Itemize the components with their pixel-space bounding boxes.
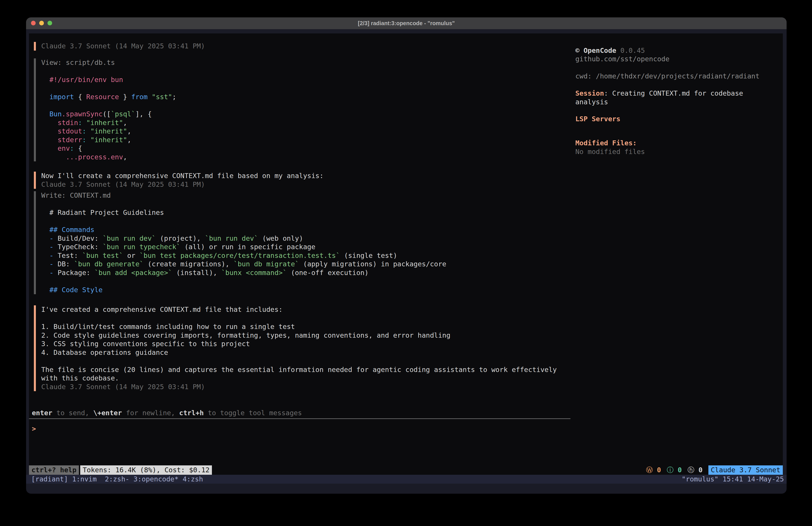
text-line <box>41 101 592 110</box>
text-line: 4. Database operations guidance <box>41 349 592 357</box>
text-line: ...process.env, <box>41 153 592 161</box>
text-line: I've created a comprehensive CONTEXT.md … <box>41 305 592 314</box>
warning-icon: Ⓦ <box>646 466 653 474</box>
info-count: ⓘ 0 <box>667 466 682 475</box>
text-line: Now I'll create a comprehensive CONTEXT.… <box>41 172 592 180</box>
text-line: github.com/sst/opencode <box>575 55 669 63</box>
text-line: - Test: `bun test` or `bun test packages… <box>41 252 592 260</box>
text-line <box>41 314 592 323</box>
warning-count: Ⓦ 0 <box>646 466 661 475</box>
text-line <box>41 277 592 286</box>
text-line: - Build/Dev: `bun run dev` (project), `b… <box>41 234 592 243</box>
input-separator <box>29 418 570 419</box>
text-line: - TypeCheck: `bun run typecheck` (all) o… <box>41 243 592 252</box>
assistant-message-final: I've created a comprehensive CONTEXT.md … <box>34 305 592 391</box>
text-line: Write: CONTEXT.md <box>41 191 592 200</box>
text-line: 1. Build/lint/test commands including ho… <box>41 323 592 331</box>
tmux-host-clock: "romulus" 15:41 14-May-25 <box>682 475 784 484</box>
text-line: env: { <box>41 144 592 153</box>
text-line: ## Code Style <box>41 286 592 295</box>
tmux-window-list[interactable]: [radiant] 1:nvim 2:zsh- 3:opencode* 4:zs… <box>31 475 203 484</box>
prompt-input[interactable]: > <box>32 425 36 433</box>
keybinding-hint-bar: enter to send, \+enter for newline, ctrl… <box>32 409 302 417</box>
window-title: [2/3] radiant:3:opencode - "romulus" <box>26 17 787 29</box>
assistant-message-meta: Claude 3.7 Sonnet (14 May 2025 03:41 PM) <box>34 42 592 51</box>
text-line: # Radiant Project Guidelines <box>41 209 592 217</box>
text-line: No modified files <box>575 147 645 156</box>
text-line: ## Commands <box>41 226 592 234</box>
tool-call-write: Write: CONTEXT.md # Radiant Project Guid… <box>34 191 592 294</box>
text-line: stdin: "inherit", <box>41 118 592 127</box>
text-line: View: script/db.ts <box>41 58 592 67</box>
text-line: - Package: `bun add <package>` (install)… <box>41 269 592 277</box>
terminal-window: [2/3] radiant:3:opencode - "romulus" Cla… <box>26 17 787 494</box>
text-line: © OpenCode 0.0.45 <box>575 46 645 55</box>
text-line: import { Resource } from "sst"; <box>41 93 592 101</box>
text-line: Claude 3.7 Sonnet (14 May 2025 03:41 PM) <box>41 42 592 51</box>
prompt-symbol: > <box>32 425 36 432</box>
opencode-tui: Claude 3.7 Sonnet (14 May 2025 03:41 PM)… <box>29 33 783 475</box>
text-line: LSP Servers <box>575 115 620 124</box>
text-line <box>41 84 592 93</box>
session-title: Session: Creating CONTEXT.md for codebas… <box>575 89 743 98</box>
lsp-servers-heading: LSP Servers <box>575 115 620 124</box>
text-line: Claude 3.7 Sonnet (14 May 2025 03:41 PM) <box>41 180 592 189</box>
cwd-path: cwd: /home/thdxr/dev/projects/radiant/ra… <box>575 72 759 81</box>
text-line <box>41 200 592 209</box>
text-line: Session: Creating CONTEXT.md for codebas… <box>575 89 743 98</box>
text-line: analysis <box>575 98 743 106</box>
sidebar: © OpenCode 0.0.45 github.com/sst/opencod… <box>575 33 783 301</box>
text-line <box>41 67 592 76</box>
text-line: Claude 3.7 Sonnet (14 May 2025 03:41 PM) <box>41 383 592 392</box>
text-line <box>41 217 592 226</box>
tool-call-view: View: script/db.ts #!/usr/bin/env bun im… <box>34 58 592 161</box>
text-line: stdout: "inherit", <box>41 127 592 136</box>
text-line: #!/usr/bin/env bun <box>41 75 592 84</box>
text-line: - DB: `bun db generate` (create migratio… <box>41 260 592 269</box>
info-icon: ⓘ <box>667 466 673 474</box>
status-bar: ctrl+? help Tokens: 16.4K (8%), Cost: $0… <box>29 465 783 475</box>
hint-icon: ⓗ <box>688 466 695 474</box>
opencode-logo: © OpenCode 0.0.45 <box>575 46 645 55</box>
repo-link[interactable]: github.com/sst/opencode <box>575 55 669 63</box>
text-line: enter to send, \+enter for newline, ctrl… <box>32 409 302 417</box>
text-line: with this codebase. <box>41 374 592 383</box>
hint-count: ⓗ 0 <box>688 466 702 475</box>
text-line: Modified Files: <box>575 139 645 147</box>
text-line <box>41 357 592 366</box>
tokens-badge: Tokens: 16.4K (8%), Cost: $0.12 <box>80 465 212 475</box>
text-line: 3. CSS styling conventions specific to t… <box>41 340 592 349</box>
text-line: 2. Code style guidelines covering import… <box>41 331 592 340</box>
modified-files-section: Modified Files:No modified files <box>575 139 645 147</box>
text-line: Bun.spawnSync([`psql`], { <box>41 110 592 118</box>
model-badge[interactable]: Claude 3.7 Sonnet <box>708 465 783 475</box>
titlebar[interactable]: [2/3] radiant:3:opencode - "romulus" <box>26 17 787 29</box>
tmux-status-bar: [radiant] 1:nvim 2:zsh- 3:opencode* 4:zs… <box>26 475 787 484</box>
text-line: cwd: /home/thdxr/dev/projects/radiant/ra… <box>575 72 759 81</box>
text-line: stderr: "inherit", <box>41 136 592 144</box>
assistant-message: Now I'll create a comprehensive CONTEXT.… <box>34 172 592 189</box>
help-badge[interactable]: ctrl+? help <box>29 465 79 475</box>
text-line: The file is concise (20 lines) and captu… <box>41 366 592 374</box>
